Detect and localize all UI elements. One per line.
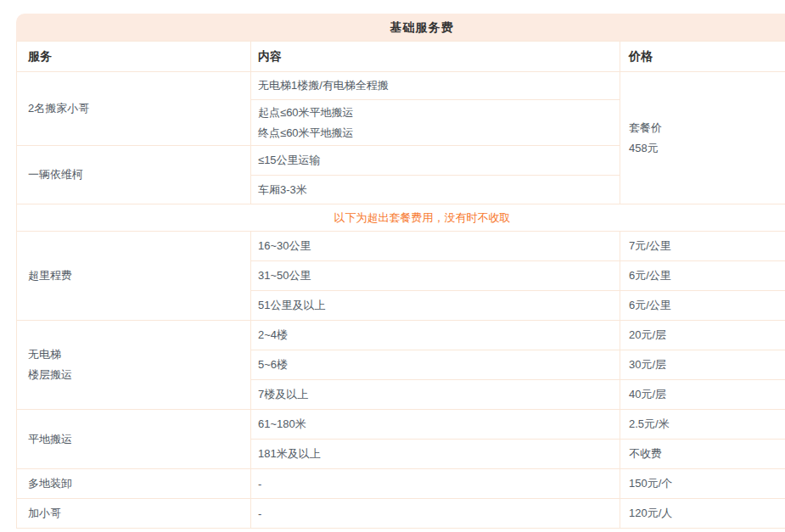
content-cell: 31~50公里: [251, 261, 620, 291]
package-price-label: 套餐价: [629, 118, 785, 138]
table-row: 2名搬家小哥 无电梯1楼搬/有电梯全程搬 套餐价 458元: [17, 72, 785, 100]
table-row: 平地搬运 61~180米 2.5元/米: [17, 410, 785, 440]
price-cell: 7元/公里: [620, 232, 785, 261]
pricing-panel: 基础服务费 服务 内容 价格 2名搬家小哥 无电梯1楼搬/有电梯全程搬 套餐价 …: [16, 14, 785, 529]
service-cell-truck: 一辆依维柯: [17, 146, 251, 204]
column-header-row: 服务 内容 价格: [17, 42, 785, 72]
price-cell-package: 套餐价 458元: [620, 72, 785, 204]
table-row: 多地装卸 - 150元/个: [17, 469, 785, 499]
price-cell: 2.5元/米: [620, 410, 785, 440]
price-cell: 20元/层: [620, 321, 785, 350]
content-cell: 181米及以上: [251, 440, 620, 469]
banner-row: 以下为超出套餐费用，没有时不收取: [17, 204, 785, 232]
page: { "title": "基础服务费", "columns": ["服务", "内…: [0, 0, 785, 532]
service-label: 平地搬运: [28, 429, 250, 450]
price-cell: 30元/层: [620, 350, 785, 380]
content-cell: 61~180米: [251, 410, 620, 440]
content-cell: 51公里及以上: [251, 291, 620, 321]
content-cell: 7楼及以上: [251, 380, 620, 410]
content-cell: ≤15公里运输: [251, 146, 620, 176]
service-cell-mileage: 超里程费: [17, 232, 251, 321]
table-row: 超里程费 16~30公里 7元/公里: [17, 232, 785, 261]
table-row: 加小哥 - 120元/人: [17, 499, 785, 529]
service-cell-floors: 无电梯 楼层搬运: [17, 321, 251, 410]
content-line: 终点≤60米平地搬运: [258, 123, 620, 143]
banner-note: 以下为超出套餐费用，没有时不收取: [17, 204, 785, 232]
content-cell: 起点≤60米平地搬运 终点≤60米平地搬运: [251, 100, 620, 146]
table-title: 基础服务费: [16, 14, 785, 41]
table-row: 无电梯 楼层搬运 2~4楼 20元/层: [17, 321, 785, 350]
content-cell: -: [251, 469, 620, 499]
service-cell-extra-helper: 加小哥: [17, 499, 251, 529]
content-line: 起点≤60米平地搬运: [258, 103, 620, 123]
content-cell: 16~30公里: [251, 232, 620, 261]
pricing-table: 服务 内容 价格 2名搬家小哥 无电梯1楼搬/有电梯全程搬 套餐价 458元 起…: [16, 41, 785, 529]
price-cell: 150元/个: [620, 469, 785, 499]
service-cell-movers: 2名搬家小哥: [17, 72, 251, 146]
package-price-value: 458元: [629, 138, 785, 159]
col-header-content: 内容: [251, 42, 620, 72]
price-cell: 不收费: [620, 440, 785, 469]
content-cell: 5~6楼: [251, 350, 620, 380]
content-cell: -: [251, 499, 620, 529]
content-cell: 无电梯1楼搬/有电梯全程搬: [251, 72, 620, 100]
col-header-price: 价格: [620, 42, 785, 72]
price-cell: 120元/人: [620, 499, 785, 529]
price-cell: 6元/公里: [620, 291, 785, 321]
col-header-service: 服务: [17, 42, 251, 72]
service-cell-ground: 平地搬运: [17, 410, 251, 469]
price-cell: 6元/公里: [620, 261, 785, 291]
content-cell: 2~4楼: [251, 321, 620, 350]
service-label: 无电梯: [28, 344, 250, 365]
service-label: 超里程费: [28, 266, 250, 286]
content-cell: 车厢3-3米: [251, 176, 620, 204]
service-cell-multi-site: 多地装卸: [17, 469, 251, 499]
price-cell: 40元/层: [620, 380, 785, 410]
service-label: 楼层搬运: [28, 365, 250, 385]
